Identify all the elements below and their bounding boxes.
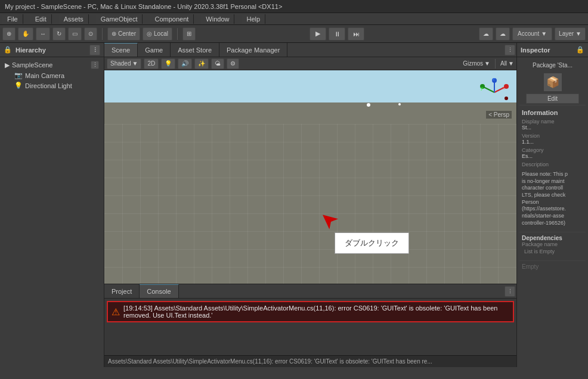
version-value: 1.1... (522, 139, 583, 145)
edit-button[interactable]: Edit (526, 94, 579, 104)
dependencies-title: Dependencies (522, 235, 583, 241)
menu-component[interactable]: Component (150, 14, 194, 24)
step-button[interactable]: ⏭ (348, 27, 364, 41)
account-button[interactable]: Account ▼ (512, 27, 552, 41)
transform-btn-2[interactable]: ✋ (18, 27, 33, 41)
menu-help[interactable]: Help (242, 14, 265, 24)
tab-console[interactable]: Console (140, 284, 178, 298)
layers-btn[interactable]: Layer ▼ (555, 27, 586, 41)
tab-asset-store[interactable]: Asset Store (171, 43, 219, 57)
hierarchy-header: 🔒 Hierarchy ⋮ (0, 43, 104, 57)
services-btn[interactable]: ☁ (496, 27, 510, 41)
hierarchy-more-btn[interactable]: ⋮ (89, 45, 100, 55)
light-icon: 💡 (14, 82, 23, 89)
console-more-btn[interactable]: ⋮ (505, 286, 515, 297)
all-label: All (500, 60, 507, 67)
toolbar: ⊕ ✋ ↔ ↻ ▭ ⊙ ⊛ Center ◎ Local ⊞ ▶ ⏸ ⏭ ☁ ☁… (0, 25, 588, 43)
scene-tabs: Scene Game Asset Store Package Manager ⋮ (104, 43, 516, 57)
window-title: My project - SampleScene - PC, Mac & Lin… (5, 3, 282, 10)
menu-edit[interactable]: Edit (30, 14, 52, 24)
svg-point-6 (505, 97, 508, 100)
hierarchy-panel: 🔒 Hierarchy ⋮ ▶ SampleScene ⋮ 📷 Main Cam… (0, 43, 104, 367)
transform-btn-6[interactable]: ⊙ (84, 27, 97, 41)
grid-overlay (104, 124, 516, 284)
scene-effects-btn[interactable]: ✨ (194, 58, 209, 69)
local-btn[interactable]: ◎ Local (143, 27, 172, 41)
tooltip-text: ダブルクリック (345, 238, 399, 247)
center-btn[interactable]: ⊛ Center (107, 27, 140, 41)
shading-label: Shaded (110, 60, 131, 67)
inspector-panel: Inspector 🔒 Package 'Sta... 📦 Edit Infor… (516, 43, 588, 367)
scene-light-2 (398, 103, 401, 105)
shading-btn[interactable]: Shaded ▼ (107, 58, 141, 69)
collab-btn[interactable]: ☁ (479, 27, 493, 41)
hierarchy-children: 📷 Main Camera 💡 Directional Light (2, 70, 101, 91)
scene-fx-btn[interactable]: ⚙ (227, 58, 239, 69)
camera-icon: 📷 (14, 72, 23, 79)
play-button[interactable]: ▶ (310, 27, 326, 41)
game-tab-label: Game (145, 46, 163, 54)
step-icon: ⏭ (353, 30, 360, 38)
scene-tabs-more-btn[interactable]: ⋮ (505, 45, 515, 55)
scene-lights-btn[interactable]: 💡 (161, 58, 175, 69)
2d-btn[interactable]: 2D (144, 58, 159, 69)
scene-tab-label: Scene (112, 46, 130, 54)
console-content: ⚠ [19:14:53] Assets\Standard Assets\Util… (104, 299, 516, 355)
hierarchy-item-dirlight[interactable]: 💡 Directional Light (12, 80, 101, 91)
transform-btn-4[interactable]: ↻ (52, 27, 66, 41)
scene-viewport[interactable]: x y z < Persp ➤ ダブルクリック (104, 70, 516, 284)
display-name-row: Display name St... (519, 117, 586, 132)
scene-skybox-btn[interactable]: 🌤 (211, 58, 224, 69)
inspector-lock-btn[interactable]: 🔒 (576, 46, 584, 54)
tab-package-manager[interactable]: Package Manager (219, 43, 287, 57)
bottom-panels: Project Console ⋮ ⚠ [19:14:53] Assets\St… (104, 284, 516, 355)
toolbar-sep-1 (102, 28, 103, 40)
transform-btn-5[interactable]: ▭ (68, 27, 82, 41)
package-icon: 📦 (544, 73, 562, 91)
toolbar-sep-2 (177, 28, 178, 40)
project-console-panel: Project Console ⋮ ⚠ [19:14:53] Assets\St… (104, 284, 516, 355)
asset-store-tab-label: Asset Store (178, 46, 212, 54)
pause-icon: ⏸ (334, 30, 341, 38)
main-camera-label: Main Camera (25, 72, 64, 79)
error-row[interactable]: ⚠ [19:14:53] Assets\Standard Assets\Util… (107, 301, 514, 322)
menu-file[interactable]: File (2, 14, 23, 24)
all-layers-area: All ▼ (500, 60, 514, 67)
scene-options-btn[interactable]: ⋮ (91, 61, 99, 69)
dependencies-section: Dependencies Package name List is Empty (519, 232, 586, 258)
tab-project[interactable]: Project (104, 284, 140, 298)
account-dropdown-icon: ▼ (541, 30, 547, 37)
hierarchy-item-maincamera[interactable]: 📷 Main Camera (12, 70, 101, 80)
svg-text:x: x (502, 85, 505, 91)
category-value: Es... (522, 153, 583, 159)
pause-button[interactable]: ⏸ (329, 27, 345, 41)
gizmos-label: Gizmos (463, 60, 483, 67)
gizmo-axes[interactable]: x y z (479, 77, 509, 107)
scene-tb-sep (495, 59, 496, 69)
grid-icon-btn[interactable]: ⊞ (182, 27, 196, 41)
center-icon: ⊛ (112, 30, 116, 37)
inspector-header: Inspector 🔒 (517, 43, 588, 57)
package-manager-tab-label: Package Manager (227, 46, 280, 54)
scene-audio-btn[interactable]: 🔊 (178, 58, 192, 69)
description-row: Description (519, 160, 586, 169)
hierarchy-item-samplescene[interactable]: ▶ SampleScene ⋮ (2, 60, 101, 70)
display-name-label: Display name (522, 119, 583, 125)
inspector-title: Inspector (521, 46, 550, 54)
transform-btn-1[interactable]: ⊕ (2, 27, 16, 41)
menu-window[interactable]: Window (201, 14, 234, 24)
information-section: Information Display name St... Version 1… (519, 105, 586, 232)
error-warning-icon: ⚠ (112, 306, 120, 318)
tab-game[interactable]: Game (138, 43, 171, 57)
inspector-content: Package 'Sta... 📦 Edit Information Displ… (517, 57, 588, 275)
hierarchy-title: Hierarchy (16, 46, 46, 54)
hierarchy-lock-icon: 🔒 (4, 46, 12, 54)
svg-point-3 (504, 84, 509, 89)
title-bar: My project - SampleScene - PC, Mac & Lin… (0, 0, 588, 13)
menu-assets[interactable]: Assets (59, 14, 89, 24)
scene-light-1 (367, 103, 370, 107)
information-title: Information (519, 108, 586, 117)
transform-btn-3[interactable]: ↔ (36, 27, 50, 41)
tab-scene[interactable]: Scene (104, 43, 138, 57)
menu-gameobject[interactable]: GameObject (96, 14, 143, 24)
